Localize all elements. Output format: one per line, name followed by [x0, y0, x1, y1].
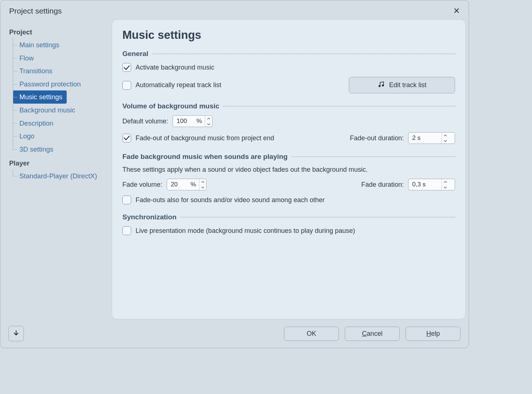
fade-among-checkbox[interactable]	[122, 196, 131, 204]
fadeout-duration-value[interactable]: 2 s	[409, 133, 442, 144]
activate-bg-music-label: Activate background music	[136, 64, 214, 71]
spinner-up-icon[interactable]	[442, 133, 449, 138]
spinner-down-icon[interactable]	[199, 185, 206, 190]
fade-among-label: Fade-outs also for sounds and/or video s…	[136, 196, 325, 204]
sidebar-item-transitions[interactable]: Transitions	[13, 64, 105, 78]
sidebar-item-music-settings[interactable]: Music settings	[13, 90, 67, 104]
page-title: Music settings	[122, 29, 455, 42]
ok-button[interactable]: OK	[284, 327, 339, 341]
spinner-up-icon[interactable]	[205, 116, 212, 121]
fade-hint: These settings apply when a sound or vid…	[122, 166, 455, 174]
fade-duration-label: Fade duration:	[361, 181, 404, 189]
import-button[interactable]	[8, 326, 24, 341]
live-mode-checkbox[interactable]	[122, 226, 131, 235]
default-volume-label: Default volume:	[122, 118, 168, 125]
content-panel: Music settings General Activate backgrou…	[112, 19, 466, 319]
window-title: Project settings	[9, 7, 62, 15]
spinner-down-icon[interactable]	[442, 185, 449, 190]
sidebar: Project Main settings Flow Transitions P…	[3, 19, 108, 319]
spinner-up-icon[interactable]	[199, 179, 206, 185]
titlebar: Project settings ✕	[0, 0, 469, 19]
spinner-down-icon[interactable]	[442, 138, 449, 144]
fade-volume-label: Fade volume:	[122, 181, 162, 189]
default-volume-unit: %	[196, 116, 205, 127]
auto-repeat-label: Automatically repeat track list	[136, 81, 221, 89]
fade-duration-spinner[interactable]: 0,3 s	[408, 179, 455, 190]
sidebar-item-background-music[interactable]: Background music	[13, 104, 105, 117]
spinner-up-icon[interactable]	[442, 179, 449, 185]
sidebar-item-description[interactable]: Description	[13, 117, 105, 130]
help-button[interactable]: Help	[406, 327, 461, 341]
activate-bg-music-checkbox[interactable]	[122, 63, 131, 72]
svg-point-1	[382, 85, 384, 86]
sidebar-item-password-protection[interactable]: Password protection	[13, 78, 105, 91]
sidebar-item-3d-settings[interactable]: 3D settings	[13, 143, 105, 156]
fadeout-duration-spinner[interactable]: 2 s	[408, 132, 455, 144]
section-sync: Synchronization	[122, 213, 455, 221]
sidebar-group-project: Project	[8, 26, 105, 37]
auto-repeat-checkbox[interactable]	[122, 81, 131, 90]
fade-volume-value[interactable]: 20	[167, 179, 191, 190]
section-fade: Fade background music when sounds are pl…	[122, 153, 455, 161]
section-general: General	[122, 50, 455, 58]
sidebar-item-flow[interactable]: Flow	[13, 52, 105, 65]
fade-volume-spinner[interactable]: 20 %	[167, 179, 207, 190]
fadeout-end-label: Fade-out of background music from projec…	[136, 134, 274, 142]
fadeout-duration-label: Fade-out duration:	[350, 134, 404, 142]
sidebar-item-standard-player[interactable]: Standard-Player (DirectX)	[13, 170, 105, 183]
section-volume: Volume of background music	[122, 102, 455, 110]
close-icon[interactable]: ✕	[451, 5, 462, 16]
fade-volume-unit: %	[191, 179, 199, 190]
sidebar-group-player: Player	[8, 157, 105, 168]
default-volume-spinner[interactable]: 100 %	[173, 115, 213, 127]
sidebar-item-logo[interactable]: Logo	[13, 130, 105, 143]
arrow-down-icon	[12, 329, 20, 338]
fadeout-end-checkbox[interactable]	[122, 134, 131, 142]
spinner-down-icon[interactable]	[205, 121, 212, 127]
cancel-button[interactable]: Cancel	[345, 327, 400, 341]
footer: OK Cancel Help	[0, 322, 469, 348]
music-note-icon	[377, 81, 385, 90]
live-mode-label: Live presentation mode (background music…	[136, 227, 355, 235]
svg-point-0	[379, 85, 380, 87]
edit-tracklist-button[interactable]: Edit track list	[349, 77, 455, 93]
sidebar-item-main-settings[interactable]: Main settings	[13, 38, 105, 52]
default-volume-value[interactable]: 100	[173, 116, 196, 127]
fade-duration-value[interactable]: 0,3 s	[409, 179, 442, 190]
